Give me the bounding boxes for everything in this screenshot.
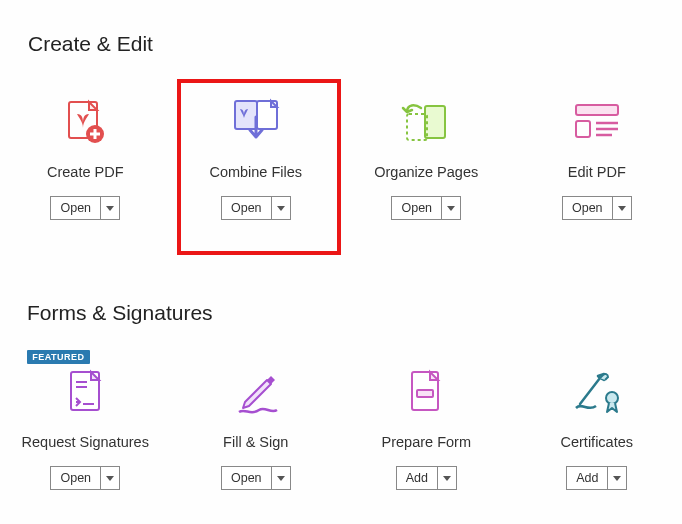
svg-rect-9 — [576, 121, 590, 137]
featured-badge: FEATURED — [27, 350, 89, 364]
open-button[interactable]: Open — [50, 196, 120, 220]
dropdown-arrow-icon[interactable] — [442, 197, 460, 219]
prepare-form-icon — [397, 368, 455, 416]
edit-pdf-icon — [568, 98, 626, 146]
tool-request-signatures[interactable]: FEATURED Request Signatures Open — [0, 350, 171, 490]
organize-pages-icon — [397, 98, 455, 146]
tool-grid-create-edit: Create PDF Open Combine Files Open — [0, 90, 682, 220]
svg-rect-3 — [90, 133, 100, 136]
dropdown-arrow-icon[interactable] — [608, 467, 626, 489]
open-button[interactable]: Open — [221, 196, 291, 220]
certificates-icon — [568, 368, 626, 416]
button-text: Open — [51, 197, 101, 219]
tool-combine-files[interactable]: Combine Files Open — [171, 90, 342, 220]
tool-certificates[interactable]: Certificates Add — [512, 350, 683, 490]
tool-label: Request Signatures — [22, 434, 149, 450]
tool-grid-forms-signatures: FEATURED Request Signatures Open — [0, 350, 682, 490]
tool-create-pdf[interactable]: Create PDF Open — [0, 90, 171, 220]
tool-edit-pdf[interactable]: Edit PDF Open — [512, 90, 683, 220]
button-text: Open — [222, 197, 272, 219]
tool-label: Create PDF — [47, 164, 124, 180]
open-button[interactable]: Open — [562, 196, 632, 220]
tool-label: Prepare Form — [382, 434, 471, 450]
button-text: Open — [222, 467, 272, 489]
request-signatures-icon — [56, 368, 114, 416]
button-text: Open — [51, 467, 101, 489]
button-text: Add — [397, 467, 438, 489]
tool-label: Fill & Sign — [223, 434, 288, 450]
tool-organize-pages[interactable]: Organize Pages Open — [341, 90, 512, 220]
tool-label: Organize Pages — [374, 164, 478, 180]
svg-rect-4 — [235, 101, 257, 129]
dropdown-arrow-icon[interactable] — [438, 467, 456, 489]
dropdown-arrow-icon[interactable] — [101, 197, 119, 219]
button-text: Open — [392, 197, 442, 219]
svg-rect-8 — [576, 105, 618, 115]
section-title-create-edit: Create & Edit — [28, 32, 153, 56]
open-button[interactable]: Open — [221, 466, 291, 490]
add-button[interactable]: Add — [396, 466, 457, 490]
tool-prepare-form[interactable]: Prepare Form Add — [341, 350, 512, 490]
dropdown-arrow-icon[interactable] — [613, 197, 631, 219]
combine-files-icon — [227, 98, 285, 146]
section-title-forms-signatures: Forms & Signatures — [27, 301, 213, 325]
open-button[interactable]: Open — [50, 466, 120, 490]
button-text: Open — [563, 197, 613, 219]
tool-fill-sign[interactable]: Fill & Sign Open — [171, 350, 342, 490]
dropdown-arrow-icon[interactable] — [101, 467, 119, 489]
open-button[interactable]: Open — [391, 196, 461, 220]
fill-sign-icon — [227, 368, 285, 416]
create-pdf-icon — [56, 98, 114, 146]
tool-label: Edit PDF — [568, 164, 626, 180]
button-text: Add — [567, 467, 608, 489]
svg-rect-18 — [417, 390, 433, 397]
add-button[interactable]: Add — [566, 466, 627, 490]
svg-point-19 — [606, 392, 618, 404]
dropdown-arrow-icon[interactable] — [272, 197, 290, 219]
dropdown-arrow-icon[interactable] — [272, 467, 290, 489]
tool-label: Certificates — [560, 434, 633, 450]
tool-label: Combine Files — [209, 164, 302, 180]
